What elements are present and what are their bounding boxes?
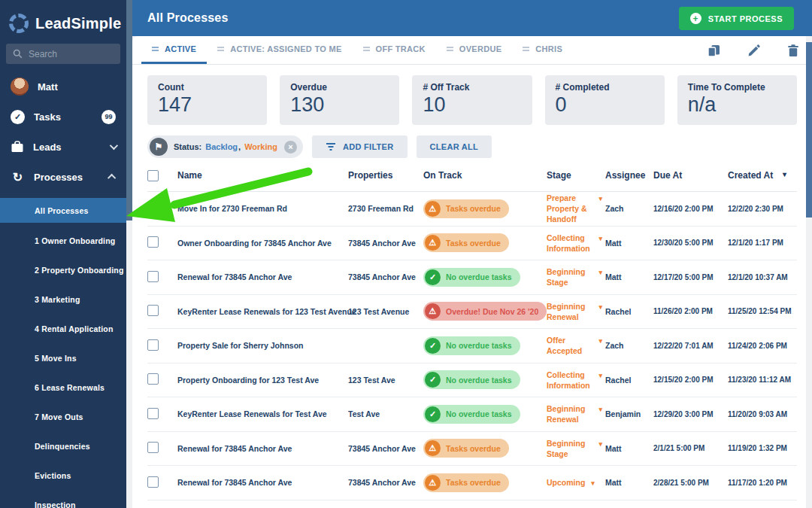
sidebar-subitem-label: 4 Rental Application — [35, 324, 114, 333]
start-process-button[interactable]: + START PROCESS — [679, 7, 794, 30]
row-checkbox[interactable] — [147, 408, 159, 419]
sidebar-item-label: Leads — [33, 141, 101, 153]
sidebar-item-label: Tasks — [34, 111, 92, 123]
status-icon: ⚠ — [425, 303, 441, 319]
process-name-link[interactable]: Owner Onboarding for 73845 Anchor Ave — [177, 239, 348, 248]
assignee-cell: Matt — [605, 444, 653, 453]
filter-chip-label: Status: — [174, 142, 201, 151]
chevron-up-icon — [108, 174, 116, 182]
table-row[interactable]: Move In for 2730 Freeman Rd 2730 Freeman… — [147, 192, 797, 227]
row-checkbox[interactable] — [147, 339, 159, 351]
stage-dropdown[interactable]: Collecting Information ▾ — [547, 370, 605, 391]
column-header-name[interactable]: Name — [177, 170, 348, 181]
sidebar-item-matt[interactable]: Matt — [0, 71, 126, 102]
stage-dropdown[interactable]: Beginning Stage ▾ — [547, 438, 605, 459]
tab[interactable]: CHRIS — [512, 36, 573, 64]
row-checkbox[interactable] — [147, 373, 159, 385]
column-header-assignee[interactable]: Assignee — [605, 170, 653, 181]
tab-label: OVERDUE — [459, 44, 502, 53]
process-name-link[interactable]: KeyRenter Lease Renewals for 123 Test Av… — [177, 307, 348, 316]
sidebar-item-processes[interactable]: ↻ Processes — [0, 162, 126, 192]
tab[interactable]: OVERDUE — [436, 36, 513, 64]
edit-icon[interactable] — [748, 44, 760, 56]
stage-dropdown[interactable]: Beginning Stage ▾ — [547, 266, 605, 287]
process-name-link[interactable]: Move In for 2730 Freeman Rd — [177, 204, 348, 213]
table-row[interactable]: Renewal for 73845 Anchor Ave 73845 Ancho… — [147, 466, 797, 500]
tab[interactable]: ACTIVE: ASSIGNED TO ME — [207, 36, 352, 64]
process-name-link[interactable]: Property Sale for Sherry Johnson — [177, 341, 348, 350]
sidebar-subitem[interactable]: Delinquencies — [0, 431, 126, 461]
sidebar-item-tasks[interactable]: ✓ Tasks 99 — [0, 102, 126, 132]
table-row[interactable]: Property Sale for Sherry Johnson ✓ No ov… — [147, 329, 797, 364]
column-header-created-at[interactable]: Created At ▾ — [728, 170, 797, 181]
search-input[interactable] — [29, 49, 111, 59]
sidebar-item-leads[interactable]: Leads — [0, 132, 126, 162]
stage-dropdown[interactable]: Beginning Renewal ▾ — [547, 301, 605, 322]
stats-row: Count 147 Overdue 130 # Off Track 10 — [147, 75, 797, 125]
table-row[interactable]: Property Onboarding for 123 Test Ave 123… — [147, 364, 797, 398]
row-checkbox[interactable] — [147, 202, 159, 214]
process-name-link[interactable]: Renewal for 73845 Anchor Ave — [177, 272, 348, 281]
select-all-checkbox[interactable] — [147, 170, 159, 181]
stage-dropdown[interactable]: Offer Accepted ▾ — [547, 335, 605, 356]
sidebar-subitem[interactable]: All Processes — [0, 198, 132, 223]
sidebar-subitem[interactable]: Evictions — [0, 461, 126, 490]
tab[interactable]: OFF TRACK — [353, 36, 436, 64]
stage-label: Beginning Renewal — [547, 403, 592, 424]
table-row[interactable]: KeyRenter Lease Renewals for Test Ave Te… — [147, 397, 797, 432]
row-checkbox[interactable] — [147, 476, 159, 488]
sidebar-subitem[interactable]: 2 Property Onboarding — [0, 255, 126, 284]
on-track-badge: ✓ No overdue tasks — [423, 405, 520, 424]
stage-caret-icon: ▾ — [598, 303, 602, 312]
column-header-stage[interactable]: Stage — [547, 170, 605, 181]
sidebar-subitem[interactable]: 1 Owner Onboarding — [0, 226, 126, 255]
stage-caret-icon: ▾ — [598, 194, 602, 203]
stage-dropdown[interactable]: Upcoming ▾ — [547, 477, 605, 488]
column-header-due-at[interactable]: Due At — [653, 170, 728, 181]
logo[interactable]: LeadSimple — [0, 0, 126, 38]
status-filter-chip[interactable]: ⚑ Status: Backlog , Working × — [147, 135, 303, 158]
sidebar-subitem[interactable]: 3 Marketing — [0, 284, 126, 314]
main-scrollbar-thumb[interactable] — [806, 42, 812, 217]
sidebar-subitem[interactable]: 6 Lease Renewals — [0, 373, 126, 402]
row-checkbox[interactable] — [147, 236, 159, 248]
table-row[interactable]: Owner Onboarding for 73845 Anchor Ave 73… — [147, 227, 797, 261]
sidebar-scrollbar-thumb[interactable] — [126, 0, 132, 221]
delete-icon[interactable] — [788, 44, 798, 56]
stage-dropdown[interactable]: Beginning Renewal ▾ — [547, 403, 605, 424]
due-at-cell: 11/26/20 2:00 PM — [653, 307, 728, 315]
stage-dropdown[interactable]: Collecting Information ▾ — [547, 233, 605, 254]
table-row[interactable]: Renewal for 73845 Anchor Ave 73845 Ancho… — [147, 260, 797, 295]
stage-label: Prepare Property & Handoff — [547, 193, 592, 225]
row-checkbox[interactable] — [147, 271, 159, 282]
stage-dropdown[interactable]: Prepare Property & Handoff ▾ — [547, 193, 605, 225]
filter-icon — [326, 142, 336, 151]
clear-all-button[interactable]: CLEAR ALL — [417, 135, 492, 158]
process-name-link[interactable]: Renewal for 73845 Anchor Ave — [177, 478, 348, 487]
tab-label: OFF TRACK — [376, 44, 426, 53]
table-row[interactable]: KeyRenter Lease Renewals for 123 Test Av… — [147, 295, 797, 330]
process-name-link[interactable]: KeyRenter Lease Renewals for Test Ave — [177, 409, 348, 418]
row-checkbox[interactable] — [147, 305, 159, 316]
process-name-link[interactable]: Renewal for 73845 Anchor Ave — [177, 444, 348, 453]
status-text: Tasks overdue — [446, 478, 501, 487]
tab[interactable]: ACTIVE — [141, 36, 207, 64]
sidebar-subitem[interactable]: 5 Move Ins — [0, 343, 126, 373]
add-filter-button[interactable]: ADD FILTER — [312, 135, 408, 158]
process-name-link[interactable]: Property Onboarding for 123 Test Ave — [177, 376, 348, 385]
copy-icon[interactable] — [707, 44, 720, 57]
search-input-wrapper[interactable] — [6, 44, 120, 64]
row-checkbox[interactable] — [147, 442, 159, 453]
sidebar-scrollbar[interactable] — [126, 0, 132, 508]
table-row[interactable]: Renewal for 73845 Anchor Ave 73845 Ancho… — [147, 432, 797, 467]
column-header-on-track[interactable]: On Track — [423, 170, 547, 181]
stage-label: Collecting Information — [547, 233, 592, 254]
tab-actions — [707, 36, 798, 65]
sidebar-subitem[interactable]: 7 Move Outs — [0, 402, 126, 431]
sidebar-subitem[interactable]: 4 Rental Application — [0, 314, 126, 343]
column-header-properties[interactable]: Properties — [348, 170, 423, 181]
sidebar-subitem[interactable]: Inspection — [0, 490, 126, 508]
main-scrollbar[interactable] — [806, 36, 812, 508]
process-table: Name Properties On Track Stage Assignee … — [147, 170, 797, 500]
remove-filter-icon[interactable]: × — [284, 141, 297, 154]
